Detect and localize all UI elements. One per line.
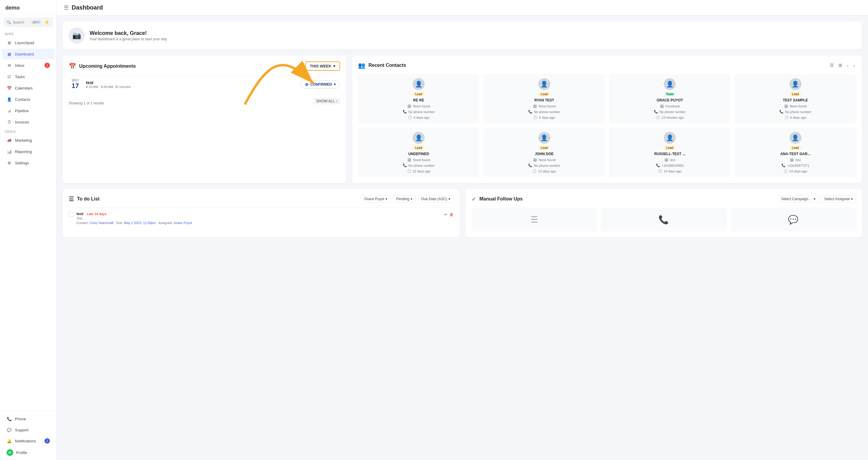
contact-card[interactable]: 👤 Lead UNDEFINED 🏢None found 📞No phone n… <box>358 128 479 177</box>
contact-avatar: 👤 <box>664 78 676 90</box>
clock-icon: 🕐 <box>656 116 660 119</box>
sidebar-item-label: Profile <box>16 451 27 455</box>
todo-checkbox[interactable] <box>69 212 73 217</box>
rc-icon: 👥 <box>358 62 366 69</box>
contact-card[interactable]: 👤 Lead RUSSELL-TEST ... 🏢test 📞+19188524… <box>609 128 731 177</box>
message-stat-icon: 💬 <box>788 215 799 225</box>
status-filter-button[interactable]: Pending ▾ <box>393 195 416 203</box>
show-all-icon: › <box>336 99 337 103</box>
contact-avatar: 👤 <box>789 78 801 90</box>
show-all-button[interactable]: SHOW ALL › <box>313 98 340 104</box>
lightning-icon[interactable]: ⚡ <box>44 20 50 25</box>
check-icon: ⊕ <box>305 82 308 87</box>
hamburger-icon[interactable]: ☰ <box>64 4 69 11</box>
list-view-button[interactable]: ☰ <box>829 61 835 69</box>
contact-name: RYAN TEST <box>534 98 554 102</box>
next-button[interactable]: › <box>852 62 856 69</box>
assignee-filter-label: Select Assignee <box>825 197 850 201</box>
sidebar-item-label: Reporting <box>15 150 32 154</box>
contact-name: RUSSELL-TEST ... <box>654 152 685 156</box>
grid-view-button[interactable]: ⊞ <box>837 61 843 69</box>
todo-contact[interactable]: Cissy Hutchcraft <box>90 221 114 225</box>
chevron-down-icon: ▾ <box>814 197 815 201</box>
show-all-label: SHOW ALL <box>316 99 335 103</box>
sidebar-item-reporting[interactable]: 📊 Reporting <box>2 146 55 157</box>
contact-card[interactable]: 👤 Lead TEST SAMPLE 🏢None found 📞No phone… <box>735 74 856 124</box>
sidebar-item-tasks[interactable]: ☑ Tasks <box>2 71 55 82</box>
welcome-title: Welcome back, Grace! <box>90 30 167 36</box>
clock-icon: 🕐 <box>407 169 411 173</box>
sidebar-item-notifications[interactable]: 🔔 Notifications 2 <box>2 435 55 446</box>
week-filter-button[interactable]: THIS WEEK ▾ <box>305 61 340 71</box>
sidebar-item-calendars[interactable]: 📅 Calendars <box>2 83 55 93</box>
confirmed-button[interactable]: ⊕ CONFIRMED ▾ <box>300 80 340 89</box>
sidebar-item-invoices[interactable]: 🗒 Invoices <box>2 117 55 127</box>
due-filter-button[interactable]: Due Date (ASC) ▾ <box>418 195 454 203</box>
building-icon: 🏢 <box>784 104 788 108</box>
mfu-title: Manual Follow Ups <box>479 196 523 202</box>
todo-edit-button[interactable]: ✏ <box>444 212 447 217</box>
sidebar-item-settings[interactable]: ⚙ Settings <box>2 158 55 168</box>
sidebar-item-dashboard[interactable]: ▦ Dashboard <box>2 48 55 59</box>
appointment-date: WED 17 <box>69 79 82 90</box>
contact-card[interactable]: 👤 Lead ANA-TEST GAR... 🏢test 📞+191849772… <box>735 128 856 177</box>
phone-icon: 📞 <box>6 416 12 422</box>
todo-delete-button[interactable]: 🗑 <box>450 212 454 217</box>
appointments-icon: 📅 <box>69 63 76 70</box>
contacts-grid: 👤 Lead RE RE 🏢None found 📞No phone numbe… <box>358 74 856 177</box>
contact-name: TEST SAMPLE <box>783 98 808 102</box>
contact-avatar: 👤 <box>413 132 425 144</box>
contact-company: None found <box>413 104 430 108</box>
list-icon: ☰ <box>531 215 538 225</box>
building-icon: 🏢 <box>660 104 664 108</box>
sidebar-item-label: Marketing <box>15 138 32 142</box>
search-shortcut: ctrl K <box>31 20 41 24</box>
prev-button[interactable]: ‹ <box>846 62 850 69</box>
showing-text: Showing 1 of 1 results <box>69 101 104 105</box>
campaign-filter-button[interactable]: Select Campaign ... ▾ <box>778 195 819 203</box>
search-bar[interactable]: 🔍 Search ctrl K ⚡ <box>4 17 53 27</box>
sidebar-item-marketing[interactable]: 📣 Marketing <box>2 135 55 145</box>
contact-phone: No phone number <box>659 110 686 114</box>
phone-icon: 📞 <box>403 163 407 167</box>
contact-card[interactable]: 👤 Lead RYAN TEST 🏢None found 📞No phone n… <box>484 74 605 124</box>
settings-icon: ⚙ <box>6 160 12 166</box>
sidebar-item-label: Calendars <box>15 86 33 90</box>
contact-avatar: 👤 <box>789 132 801 144</box>
sidebar-item-pipeline[interactable]: ⊿ Pipeline <box>2 105 55 116</box>
sidebar-item-label: Tasks <box>15 74 25 79</box>
sidebar-item-inbox[interactable]: ✉ Inbox 1 <box>2 60 55 71</box>
sidebar-item-profile[interactable]: G Profile <box>2 447 55 459</box>
marketing-icon: 📣 <box>6 137 12 143</box>
contact-card[interactable]: 👤 Lead RE RE 🏢None found 📞No phone numbe… <box>358 74 479 124</box>
contact-badge: Lead <box>413 92 425 96</box>
sidebar-item-support[interactable]: 💬 Support <box>2 425 55 435</box>
sidebar-item-phone[interactable]: 📞 Phone <box>2 414 55 424</box>
contact-phone: No phone number <box>534 164 560 167</box>
camera-icon: 📷 <box>72 31 81 40</box>
contact-time: 4 days ago <box>413 116 430 119</box>
todo-due: May 2 2023, 11:00pm <box>124 221 156 225</box>
sidebar-item-contacts[interactable]: 👤 Contacts <box>2 94 55 105</box>
contact-badge: Lead <box>789 145 801 150</box>
mfu-stat-list: ☰ <box>471 208 597 231</box>
support-icon: 💬 <box>6 427 12 433</box>
contact-card[interactable]: 👤 Lead JOHN DOE 🏢None found 📞No phone nu… <box>484 128 605 177</box>
page-title: Dashboard <box>72 4 103 11</box>
inbox-badge: 1 <box>44 63 50 68</box>
todo-card: ☰ To do List Grace Puyot ▾ Pending ▾ <box>63 189 460 237</box>
assignee-filter-button[interactable]: Grace Puyot ▾ <box>361 195 391 203</box>
sidebar-item-launchpad[interactable]: ⊞ Launchpad <box>2 37 55 48</box>
rc-title: Recent Contacts <box>368 63 406 68</box>
contact-badge: Lead <box>538 92 550 96</box>
sidebar-item-label: Contacts <box>15 97 30 102</box>
contact-card[interactable]: 👤 Team GRACE PUYOT 🏢Facebook 📞No phone n… <box>609 74 731 124</box>
main-content: ☰ Dashboard 📷 Welcome back, Grace! Your … <box>57 0 868 460</box>
contact-company: None found <box>539 158 556 162</box>
assignee-filter-button[interactable]: Select Assignee ▾ <box>821 195 856 203</box>
appointments-title: Upcoming Appointments <box>79 64 136 69</box>
due-filter-label: Due Date (ASC) <box>421 197 447 201</box>
contact-badge: Lead <box>664 145 676 150</box>
contact-time: 12 days ago <box>413 169 431 173</box>
todo-title: To do List <box>77 196 99 202</box>
